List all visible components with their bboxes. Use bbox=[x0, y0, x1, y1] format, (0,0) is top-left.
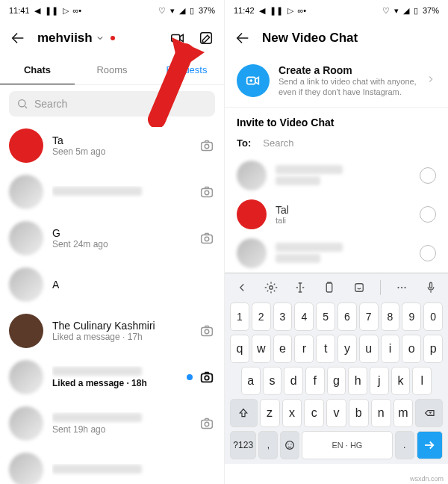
compose-button[interactable] bbox=[197, 29, 215, 47]
tab-requests[interactable]: Requests bbox=[149, 55, 224, 84]
person-row[interactable] bbox=[237, 156, 436, 195]
key-period[interactable]: . bbox=[395, 431, 414, 459]
chat-name: The Culinary Kashmiri bbox=[52, 320, 190, 332]
camera-icon[interactable] bbox=[199, 323, 215, 339]
key-3[interactable]: 3 bbox=[273, 302, 293, 331]
camera-icon[interactable] bbox=[199, 415, 215, 432]
key-go[interactable] bbox=[417, 431, 443, 459]
key-emoji[interactable] bbox=[280, 431, 299, 459]
chat-row[interactable]: Sent 19h ago bbox=[0, 400, 224, 447]
key-comma[interactable]: , bbox=[258, 431, 278, 459]
chat-row[interactable]: GSent 24m ago bbox=[0, 215, 224, 261]
chat-row[interactable]: A bbox=[0, 261, 224, 308]
people-list[interactable]: Taltali bbox=[225, 156, 448, 273]
key-1[interactable]: 1 bbox=[230, 302, 249, 331]
key-2[interactable]: 2 bbox=[252, 302, 271, 331]
search-input[interactable]: Search bbox=[9, 91, 215, 117]
key-a[interactable]: a bbox=[241, 367, 261, 395]
key-y[interactable]: y bbox=[337, 335, 357, 363]
chat-row[interactable]: The Culinary KashmiriLiked a message · 1… bbox=[0, 308, 224, 354]
kbd-mic-icon[interactable] bbox=[423, 279, 439, 296]
key-o[interactable]: o bbox=[402, 335, 421, 363]
key-e[interactable]: e bbox=[273, 335, 293, 363]
tab-rooms[interactable]: Rooms bbox=[75, 55, 149, 84]
key-d[interactable]: d bbox=[284, 367, 303, 395]
create-room-button[interactable]: Create a Room Send a link to video chat … bbox=[225, 55, 448, 108]
svg-rect-3 bbox=[202, 142, 213, 150]
key-v[interactable]: v bbox=[326, 399, 346, 427]
chat-name bbox=[52, 412, 190, 424]
key-c[interactable]: c bbox=[304, 399, 324, 427]
key-h[interactable]: h bbox=[348, 367, 367, 395]
radio-select[interactable] bbox=[420, 245, 436, 261]
radio-select[interactable] bbox=[420, 206, 436, 223]
camera-icon[interactable] bbox=[199, 369, 215, 385]
key-b[interactable]: b bbox=[349, 399, 369, 427]
video-plus-icon bbox=[237, 64, 270, 97]
person-row[interactable]: Taltali bbox=[237, 195, 436, 234]
key-8[interactable]: 8 bbox=[381, 302, 400, 331]
person-username: tali bbox=[276, 216, 289, 225]
create-room-sub: Send a link to video chat with anyone, e… bbox=[279, 76, 417, 98]
key-q[interactable]: q bbox=[230, 335, 249, 363]
key-6[interactable]: 6 bbox=[337, 302, 357, 331]
key-shift[interactable] bbox=[230, 399, 258, 427]
chat-row[interactable] bbox=[0, 447, 224, 484]
key-r[interactable]: r bbox=[294, 335, 314, 363]
key-j[interactable]: j bbox=[370, 367, 389, 395]
key-g[interactable]: g bbox=[327, 367, 346, 395]
key-m[interactable]: m bbox=[393, 399, 414, 427]
battery-pct: 37% bbox=[423, 6, 439, 15]
camera-icon[interactable] bbox=[199, 230, 215, 246]
key-5[interactable]: 5 bbox=[316, 302, 335, 331]
chat-sub: Liked a message · 17h bbox=[52, 332, 190, 342]
key-l[interactable]: l bbox=[412, 367, 432, 395]
chat-row[interactable]: TaSeen 5m ago bbox=[0, 122, 224, 169]
chat-name: G bbox=[52, 227, 190, 239]
key-symbols[interactable]: ?123 bbox=[230, 431, 256, 459]
back-button[interactable] bbox=[9, 29, 27, 47]
tabs: Chats Rooms Requests bbox=[0, 55, 224, 85]
key-backspace[interactable] bbox=[415, 399, 443, 427]
video-call-button[interactable] bbox=[169, 29, 187, 47]
key-n[interactable]: n bbox=[371, 399, 391, 427]
key-t[interactable]: t bbox=[316, 335, 335, 363]
kbd-clipboard-icon[interactable] bbox=[321, 279, 337, 296]
person-row[interactable] bbox=[237, 234, 436, 273]
key-0[interactable]: 0 bbox=[423, 302, 443, 331]
key-9[interactable]: 9 bbox=[402, 302, 421, 331]
key-w[interactable]: w bbox=[252, 335, 271, 363]
kbd-more-icon[interactable] bbox=[393, 279, 410, 296]
key-7[interactable]: 7 bbox=[359, 302, 379, 331]
svg-point-4 bbox=[205, 144, 209, 149]
kbd-settings-icon[interactable] bbox=[263, 279, 279, 296]
chat-row[interactable]: Liked a message · 18h bbox=[0, 354, 224, 400]
radio-select[interactable] bbox=[420, 167, 436, 184]
key-u[interactable]: u bbox=[359, 335, 379, 363]
kbd-sticker-icon[interactable] bbox=[351, 279, 367, 296]
account-switcher[interactable]: mehviish bbox=[37, 31, 115, 46]
key-4[interactable]: 4 bbox=[294, 302, 314, 331]
kbd-cursor-icon[interactable] bbox=[292, 279, 308, 296]
chat-row[interactable] bbox=[0, 169, 224, 215]
back-button[interactable] bbox=[234, 29, 252, 47]
to-search-input[interactable]: Search bbox=[263, 137, 293, 149]
key-space[interactable]: EN · HG bbox=[302, 431, 392, 459]
status-icon: ▷ bbox=[63, 6, 69, 16]
key-x[interactable]: x bbox=[282, 399, 302, 427]
key-p[interactable]: p bbox=[423, 335, 443, 363]
chat-list[interactable]: TaSeen 5m agoGSent 24m agoAThe Culinary … bbox=[0, 122, 224, 484]
camera-icon[interactable] bbox=[199, 137, 215, 154]
key-s[interactable]: s bbox=[263, 367, 282, 395]
svg-point-14 bbox=[205, 422, 209, 426]
key-f[interactable]: f bbox=[305, 367, 325, 395]
person-username bbox=[276, 254, 343, 264]
avatar bbox=[237, 199, 267, 229]
key-z[interactable]: z bbox=[260, 399, 280, 427]
key-i[interactable]: i bbox=[381, 335, 400, 363]
tab-chats[interactable]: Chats bbox=[0, 55, 75, 84]
kbd-collapse-icon[interactable] bbox=[234, 279, 250, 296]
camera-icon[interactable] bbox=[199, 184, 215, 200]
chat-sub: Seen 5m ago bbox=[52, 146, 190, 157]
key-k[interactable]: k bbox=[391, 367, 411, 395]
